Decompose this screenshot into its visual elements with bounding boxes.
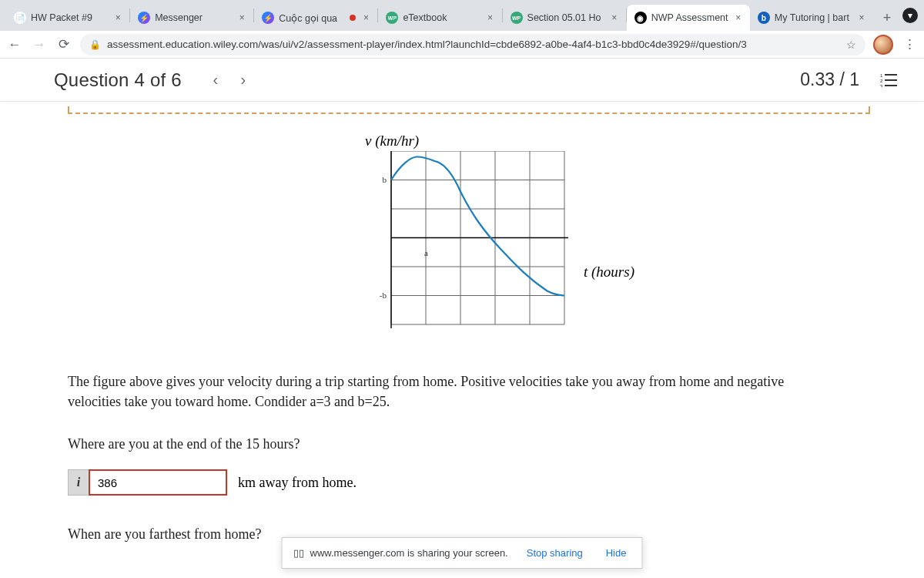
back-button[interactable]: ←	[6, 36, 23, 53]
tab-title: eTextbook	[403, 12, 480, 23]
new-tab-button[interactable]: +	[876, 7, 898, 29]
answer-row-1: i km away from home.	[68, 469, 870, 496]
svg-text:3: 3	[880, 84, 883, 87]
close-icon[interactable]: ×	[236, 12, 247, 23]
close-icon[interactable]: ×	[485, 12, 496, 23]
info-button[interactable]: i	[68, 469, 89, 496]
tab-etextbook[interactable]: WP eTextbook ×	[378, 5, 501, 31]
forward-button[interactable]: →	[31, 36, 48, 53]
browser-chrome: 📄 HW Packet #9 × ⚡ Messenger × ⚡ Cuộc gọ…	[0, 0, 924, 59]
tab-title: HW Packet #9	[31, 12, 108, 23]
screen-share-bar: ▯▯ www.messenger.com is sharing your scr…	[282, 537, 643, 569]
bookmark-star-icon[interactable]: ☆	[846, 39, 856, 51]
favicon-wiley-icon: ◉	[634, 12, 647, 24]
prev-question-button[interactable]: ‹	[203, 68, 228, 92]
chart-y-axis-label: v (km/hr)	[365, 133, 419, 150]
favicon-messenger-icon: ⚡	[138, 12, 150, 24]
close-icon[interactable]: ×	[733, 12, 744, 23]
y-tick-neg-b: -b	[368, 291, 387, 300]
score-display: 0.33 / 1	[800, 69, 859, 90]
question-content: v (km/hr) t (hours)	[0, 102, 924, 543]
share-message: www.messenger.com is sharing your screen…	[310, 547, 508, 559]
reload-button[interactable]: ⟳	[55, 36, 72, 53]
question-nav: ‹ ›	[203, 68, 256, 92]
next-question-button[interactable]: ›	[231, 68, 256, 92]
extension-badge-icon[interactable]: ▾	[902, 8, 918, 23]
close-icon[interactable]: ×	[112, 12, 123, 23]
subquestion-1-prompt: Where are you at the end of the 15 hours…	[68, 436, 870, 452]
question-list-button[interactable]: 1 2 3	[875, 66, 902, 94]
close-icon[interactable]: ×	[360, 12, 371, 23]
tab-title: Cuộc gọi qua	[279, 12, 345, 24]
address-bar[interactable]: 🔒 assessment.education.wiley.com/was/ui/…	[80, 34, 865, 55]
velocity-chart: v (km/hr) t (hours)	[299, 133, 870, 356]
answer-input-1[interactable]	[89, 469, 227, 496]
hide-share-bar-button[interactable]: Hide	[601, 544, 631, 562]
favicon-doc-icon: 📄	[14, 12, 26, 24]
svg-text:2: 2	[880, 79, 883, 83]
lock-icon: 🔒	[89, 39, 101, 50]
velocity-curve	[391, 156, 564, 295]
tab-nwp-assessment[interactable]: ◉ NWP Assessment ×	[627, 5, 750, 31]
favicon-wileyplus-icon: WP	[511, 12, 523, 24]
profile-avatar[interactable]	[873, 35, 893, 55]
favicon-messenger-icon: ⚡	[262, 12, 274, 24]
tab-title: My Tutoring | bart	[775, 12, 852, 23]
previous-part-divider	[68, 106, 870, 114]
tab-title: NWP Assessment	[651, 12, 728, 23]
answer-unit-1: km away from home.	[238, 475, 357, 491]
tab-bartleby[interactable]: b My Tutoring | bart ×	[750, 5, 873, 31]
chart-x-axis-label: t (hours)	[584, 264, 634, 281]
y-tick-b: b	[368, 175, 387, 184]
y-tick-a: a	[410, 248, 428, 257]
stop-sharing-button[interactable]: Stop sharing	[522, 544, 588, 562]
share-source-icon: ▯▯	[293, 547, 304, 559]
url-text: assessment.education.wiley.com/was/ui/v2…	[107, 39, 840, 50]
tab-call[interactable]: ⚡ Cuộc gọi qua ×	[254, 5, 377, 31]
close-icon[interactable]: ×	[609, 12, 620, 23]
question-counter: Question 4 of 6	[54, 69, 182, 91]
tab-section[interactable]: WP Section 05.01 Ho ×	[503, 5, 626, 31]
tab-title: Section 05.01 Ho	[527, 12, 604, 23]
tab-title: Messenger	[155, 12, 232, 23]
chart-plot-area	[368, 151, 568, 344]
browser-menu-button[interactable]: ⋮	[901, 36, 918, 53]
recording-indicator-icon	[350, 15, 356, 21]
favicon-wileyplus-icon: WP	[386, 12, 398, 24]
problem-statement: The figure above gives your velocity dur…	[68, 371, 815, 412]
browser-toolbar: ← → ⟳ 🔒 assessment.education.wiley.com/w…	[0, 31, 924, 59]
favicon-bartleby-icon: b	[758, 12, 770, 24]
assessment-header: Question 4 of 6 ‹ › 0.33 / 1 1 2 3	[0, 59, 924, 102]
close-icon[interactable]: ×	[856, 12, 867, 23]
tab-messenger[interactable]: ⚡ Messenger ×	[130, 5, 253, 31]
svg-text:1: 1	[880, 73, 883, 78]
tab-strip: 📄 HW Packet #9 × ⚡ Messenger × ⚡ Cuộc gọ…	[0, 0, 924, 31]
tab-hw-packet[interactable]: 📄 HW Packet #9 ×	[6, 5, 129, 31]
